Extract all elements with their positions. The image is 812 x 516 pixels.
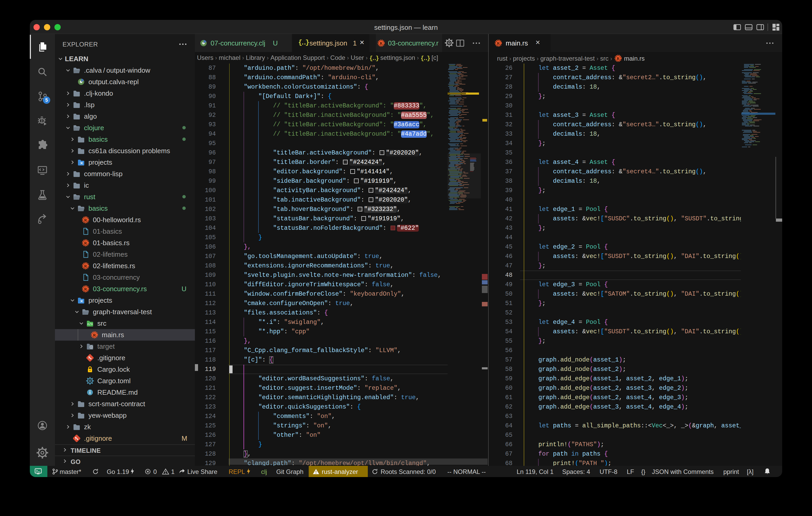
svg-text:R: R bbox=[497, 41, 500, 45]
svg-text:R: R bbox=[93, 333, 96, 337]
svg-text:R: R bbox=[84, 264, 87, 268]
svg-text:R: R bbox=[616, 57, 619, 61]
svg-text:R: R bbox=[84, 287, 87, 291]
svg-text:R: R bbox=[84, 218, 87, 222]
svg-text:R: R bbox=[380, 41, 383, 45]
svg-text:</>: </> bbox=[87, 323, 93, 326]
svg-text:R: R bbox=[84, 241, 87, 245]
